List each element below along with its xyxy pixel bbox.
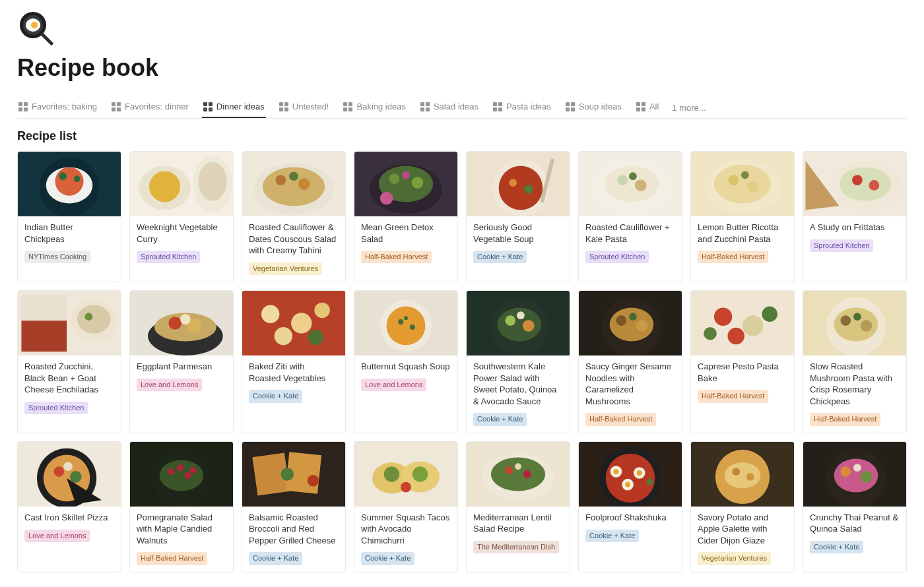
card-cover-image	[579, 442, 682, 507]
gallery-card[interactable]: Eggplant ParmesanLove and Lemons	[129, 290, 234, 433]
gallery-card[interactable]: Roasted Zucchini, Black Bean + Goat Chee…	[17, 290, 121, 433]
svg-rect-25	[420, 102, 424, 106]
svg-rect-27	[420, 108, 424, 111]
svg-point-160	[412, 466, 428, 482]
svg-point-136	[861, 320, 873, 332]
gallery-card[interactable]: Balsamic Roasted Broccoli and Red Pepper…	[242, 441, 346, 572]
gallery-card[interactable]: Cast Iron Skillet PizzaLove and Lemons	[17, 441, 121, 572]
gallery-card[interactable]: Caprese Pesto Pasta BakeHalf-Baked Harve…	[690, 290, 795, 433]
tab-pasta-ideas[interactable]: Pasta ideas	[492, 98, 552, 118]
gallery-view-icon	[636, 102, 645, 111]
tab-favorites-baking[interactable]: Favorites: baking	[17, 98, 98, 118]
gallery-card[interactable]: Baked Ziti with Roasted VegetablesCookie…	[242, 290, 346, 433]
card-title: Mean Green Detox Salad	[361, 222, 451, 245]
svg-rect-28	[426, 108, 430, 111]
gallery-view-icon	[493, 102, 502, 111]
gallery-card[interactable]: Seriously Good Vegetable SoupCookie + Ka…	[466, 151, 570, 282]
svg-rect-5	[18, 102, 22, 106]
tab-favorites-dinner[interactable]: Favorites: dinner	[110, 98, 190, 118]
tab-untested-[interactable]: Untested!	[278, 98, 331, 118]
svg-rect-12	[117, 108, 121, 111]
source-tag: Half-Baked Harvest	[137, 552, 207, 565]
card-cover-image	[691, 442, 794, 507]
source-tag: Half-Baked Harvest	[698, 251, 768, 263]
card-cover-image	[130, 442, 233, 507]
card-cover-image	[242, 442, 345, 507]
gallery-view-icon	[420, 102, 430, 111]
gallery-card[interactable]: Summer Squash Tacos with Avocado Chimich…	[354, 441, 458, 572]
svg-point-82	[741, 171, 749, 179]
svg-point-93	[85, 313, 93, 321]
tab-salad-ideas[interactable]: Salad ideas	[419, 98, 480, 118]
gallery-card[interactable]: Savory Potato and Apple Galette with Cid…	[690, 441, 795, 572]
gallery-card[interactable]: Roasted Cauliflower + Kale PastaSprouted…	[578, 151, 682, 282]
svg-point-69	[524, 185, 533, 194]
tab-all[interactable]: All	[635, 98, 660, 118]
card-title: Eggplant Parmesan	[137, 361, 226, 373]
gallery-view-icon	[343, 102, 352, 111]
svg-rect-11	[112, 108, 116, 111]
gallery-card[interactable]: Weeknight Vegetable CurrySprouted Kitche…	[129, 151, 234, 282]
svg-rect-126	[691, 291, 794, 355]
svg-point-56	[298, 178, 310, 190]
card-title: Balsamic Roasted Broccoli and Red Pepper…	[249, 512, 339, 547]
gallery-card[interactable]: Mean Green Detox SaladHalf-Baked Harvest	[354, 151, 458, 282]
svg-point-109	[387, 307, 426, 346]
gallery-card[interactable]: Foolproof ShakshukaCookie + Kate	[578, 441, 682, 572]
gallery-card[interactable]: Southwestern Kale Power Salad with Sweet…	[466, 290, 570, 433]
tab-dinner-ideas[interactable]: Dinner ideas	[202, 98, 266, 118]
gallery-card[interactable]: Roasted Cauliflower & Dates Couscous Sal…	[242, 151, 346, 282]
tab-soup-ideas[interactable]: Soup ideas	[564, 98, 623, 118]
svg-rect-24	[348, 108, 352, 111]
gallery-card[interactable]: Indian Butter ChickpeasNYTimes Cooking	[17, 151, 121, 282]
svg-rect-89	[21, 321, 67, 352]
svg-point-61	[389, 173, 400, 184]
svg-rect-35	[566, 108, 570, 111]
svg-point-116	[505, 315, 515, 326]
card-cover-image	[354, 152, 457, 216]
svg-point-49	[149, 171, 180, 202]
card-title: Pomegranate Salad with Maple Candied Wal…	[137, 512, 226, 547]
gallery-card[interactable]: Crunchy Thai Peanut & Quinoa SaladCookie…	[803, 441, 907, 572]
card-title: Crunchy Thai Peanut & Quinoa Salad	[810, 512, 900, 535]
card-title: Savory Potato and Apple Galette with Cid…	[698, 512, 787, 547]
card-title: Foolproof Shakshuka	[585, 512, 675, 524]
svg-point-103	[291, 313, 312, 333]
gallery-card[interactable]: Saucy Ginger Sesame Noodles with Caramel…	[578, 290, 682, 433]
source-tag: Cookie + Kate	[361, 552, 414, 565]
gallery-card[interactable]: Butternut Squash SoupLove and Lemons	[354, 290, 458, 433]
svg-rect-26	[426, 102, 430, 106]
svg-point-105	[275, 327, 292, 345]
svg-point-3	[31, 22, 38, 28]
svg-line-4	[42, 34, 51, 44]
svg-point-45	[59, 172, 67, 180]
source-tag: Cookie + Kate	[810, 541, 863, 553]
tab-label: Baking ideas	[356, 102, 405, 111]
tab-baking-ideas[interactable]: Baking ideas	[342, 98, 407, 118]
gallery-card[interactable]: Mediterranean Lentil Salad RecipeThe Med…	[466, 441, 570, 572]
tab-label: Favorites: dinner	[125, 102, 189, 111]
svg-point-64	[380, 192, 393, 205]
source-tag: Cookie + Kate	[249, 552, 302, 565]
tab-label: Pasta ideas	[506, 102, 551, 111]
tab-label: Dinner ideas	[216, 102, 265, 111]
card-cover-image	[354, 291, 457, 355]
view-tabs: Favorites: bakingFavorites: dinnerDinner…	[17, 98, 907, 119]
database-title[interactable]: Recipe list	[17, 129, 907, 143]
tab-label: Untested!	[292, 102, 329, 111]
card-cover-image	[579, 152, 682, 216]
card-title: Baked Ziti with Roasted Vegetables	[249, 361, 339, 384]
more-views[interactable]: 1 more...	[672, 103, 706, 113]
svg-rect-10	[117, 102, 121, 106]
gallery-card[interactable]: Lemon Butter Ricotta and Zucchini PastaH…	[690, 151, 795, 282]
gallery-card[interactable]: Pomegranate Salad with Maple Candied Wal…	[129, 441, 234, 572]
svg-point-102	[261, 305, 279, 323]
page-emoji-icon[interactable]	[17, 9, 907, 49]
gallery-card[interactable]: Slow Roasted Mushroom Pasta with Crisp R…	[803, 290, 907, 433]
source-tag: Cookie + Kate	[473, 251, 527, 263]
source-tag: Cookie + Kate	[473, 413, 527, 425]
gallery-view-icon	[566, 102, 575, 111]
svg-point-118	[517, 311, 525, 319]
svg-rect-34	[571, 102, 575, 106]
gallery-card[interactable]: A Study on FrittatasSprouted Kitchen	[803, 151, 907, 282]
